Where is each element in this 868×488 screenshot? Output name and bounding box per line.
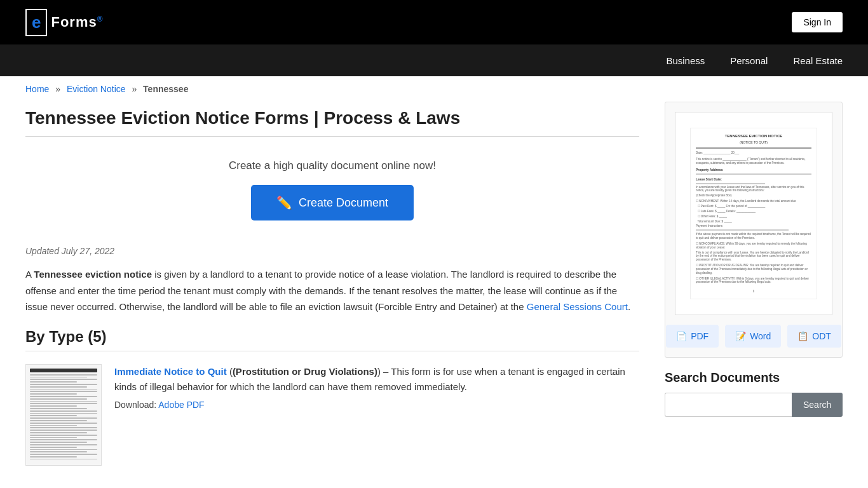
thumb-line-5 bbox=[30, 384, 97, 385]
doc-mini-page-num: 1 bbox=[696, 289, 811, 294]
download-word-button[interactable]: 📝 Word bbox=[725, 325, 781, 348]
download-line: Download: Adobe PDF bbox=[114, 400, 639, 410]
doc-preview-image: TENNESSEE EVICTION NOTICE (NOTICE TO QUI… bbox=[675, 112, 832, 315]
breadcrumb-eviction-notice[interactable]: Eviction Notice bbox=[67, 84, 126, 94]
create-doc-tagline: Create a high quality document online no… bbox=[25, 159, 639, 172]
doc-mini-subtitle: (NOTICE TO QUIT) bbox=[696, 140, 811, 145]
doc-mini-nonpayment-detail: If the above payment is not made within … bbox=[696, 233, 811, 240]
doc-mini-notice-text: This notice is sent to _______________ (… bbox=[696, 158, 811, 165]
doc-mini-rent: ☐ Past Rent: $ _____ For the period of _… bbox=[696, 205, 811, 208]
breadcrumb-sep-2: » bbox=[132, 84, 137, 94]
doc-mini-date-line: Date: _________________ 20___ bbox=[696, 151, 811, 155]
thumb-line-11 bbox=[30, 398, 87, 400]
word-label: Word bbox=[750, 331, 771, 341]
doc-mini-compliance: In accordance with your Lease and the la… bbox=[696, 186, 811, 193]
form-info: Immediate Notice to Quit ((Prostitution … bbox=[114, 364, 639, 466]
pencil-icon: ✏️ bbox=[276, 195, 292, 210]
breadcrumb-sep-1: » bbox=[55, 84, 60, 94]
doc-mini-other: ☐ Other Fees: $ _____ bbox=[696, 215, 811, 219]
doc-mini-prop-line bbox=[696, 173, 811, 175]
thumb-line-20 bbox=[30, 420, 87, 421]
thumb-line-2 bbox=[30, 377, 87, 378]
doc-mini-lease: Lease Start Date: bbox=[696, 177, 811, 182]
nav-business[interactable]: Business bbox=[666, 55, 705, 66]
thumb-line-24 bbox=[30, 430, 97, 431]
thumb-line-17 bbox=[30, 413, 97, 414]
logo-box: e bbox=[25, 9, 47, 36]
download-pdf-button[interactable]: 📄 PDF bbox=[666, 325, 719, 348]
form-thumb-inner bbox=[26, 365, 101, 465]
create-doc-section: Create a high quality document online no… bbox=[25, 140, 639, 233]
article-bold-term: Tennessee eviction notice bbox=[34, 269, 152, 280]
doc-mini-prostitution: ☐ PROSTITUTION OR DRUG DEALING: You are … bbox=[696, 264, 811, 275]
thumb-title-block bbox=[30, 369, 97, 372]
thumb-line-19 bbox=[30, 417, 97, 419]
doc-mini-noncompliance: ☐ NONCOMPLIANCE: Within 30 days, you are… bbox=[696, 242, 811, 250]
thumb-line-35 bbox=[30, 456, 77, 458]
thumb-line-3 bbox=[30, 379, 97, 380]
breadcrumb-current: Tennessee bbox=[143, 84, 188, 94]
nav-real-estate[interactable]: Real Estate bbox=[793, 55, 843, 66]
search-button[interactable]: Search bbox=[792, 393, 843, 417]
doc-mini-prostitution-wrap: ☐ PROSTITUTION OR DRUG DEALING: You are … bbox=[696, 264, 811, 275]
doc-mini-payment: Payment Instructions bbox=[696, 224, 811, 228]
content-area: Tennessee Eviction Notice Forms | Proces… bbox=[25, 102, 639, 485]
thumb-line-32 bbox=[30, 449, 97, 451]
doc-mini-late: ☐ Late Fees: $ _____ Details: __________… bbox=[696, 210, 811, 214]
thumb-line-16 bbox=[30, 410, 97, 412]
nav-bar: Business Personal Real Estate bbox=[0, 44, 868, 76]
thumb-line-10 bbox=[30, 396, 97, 397]
pdf-icon: 📄 bbox=[676, 331, 687, 341]
form-item-prostitution: Immediate Notice to Quit ((Prostitution … bbox=[25, 364, 639, 466]
download-pdf-link[interactable]: Adobe PDF bbox=[158, 400, 204, 410]
doc-mini-total: Total Amount Due: $ _____ bbox=[696, 220, 811, 224]
doc-mini-nonpayment: ☐ NONPAYMENT: Within 14 days, the Landlo… bbox=[696, 200, 811, 203]
doc-mini-divider bbox=[696, 147, 811, 149]
breadcrumb-home[interactable]: Home bbox=[25, 84, 49, 94]
nav-personal[interactable]: Personal bbox=[730, 55, 768, 66]
sign-in-button[interactable]: Sign In bbox=[792, 12, 843, 32]
thumb-line-27 bbox=[30, 437, 77, 438]
doc-mini-property: Property Address: bbox=[696, 168, 811, 172]
thumb-line-26 bbox=[30, 435, 97, 436]
general-sessions-court-link[interactable]: General Sessions Court bbox=[527, 301, 628, 312]
breadcrumb: Home » Eviction Notice » Tennessee bbox=[0, 76, 868, 102]
thumb-line-34 bbox=[30, 454, 97, 455]
thumb-line-14 bbox=[30, 405, 77, 407]
thumb-line-4 bbox=[30, 381, 77, 383]
thumb-line-21 bbox=[30, 423, 97, 424]
create-document-label: Create Document bbox=[299, 196, 388, 210]
thumb-line-1 bbox=[30, 374, 97, 376]
form-title-bold: ((Prostitution or Drug Violations)) bbox=[229, 366, 381, 377]
logo[interactable]: e Forms® bbox=[25, 9, 104, 36]
form-thumbnail bbox=[25, 364, 102, 466]
doc-mini-title: TENNESSEE EVICTION NOTICE bbox=[696, 133, 811, 139]
thumb-line-22 bbox=[30, 425, 77, 426]
download-odt-button[interactable]: 📋 ODT bbox=[787, 325, 841, 348]
thumb-line-18 bbox=[30, 415, 77, 416]
doc-mini-lease-line bbox=[696, 183, 765, 184]
thumb-line-23 bbox=[30, 427, 97, 428]
form-title-link[interactable]: Immediate Notice to Quit bbox=[114, 366, 227, 377]
create-document-button[interactable]: ✏️ Create Document bbox=[251, 185, 414, 220]
logo-forms-text: Forms® bbox=[51, 14, 103, 30]
thumb-line-30 bbox=[30, 444, 97, 445]
article-intro: A Tennessee eviction notice is given by … bbox=[25, 266, 639, 315]
thumb-line-12 bbox=[30, 401, 97, 402]
search-docs-wrap: Search bbox=[665, 393, 843, 417]
thumb-line-31 bbox=[30, 447, 77, 448]
thumb-line-25 bbox=[30, 432, 87, 433]
doc-mini-check: (Check the Appropriate Box) bbox=[696, 194, 811, 198]
doc-mini-preview: TENNESSEE EVICTION NOTICE (NOTICE TO QUI… bbox=[690, 128, 817, 300]
search-input[interactable] bbox=[665, 393, 792, 417]
page-title: Tennessee Eviction Notice Forms | Proces… bbox=[25, 108, 639, 137]
thumb-line-33 bbox=[30, 451, 87, 452]
pdf-label: PDF bbox=[691, 331, 709, 341]
doc-mini-nonpayment-wrap: ☐ NONPAYMENT: Within 14 days, the Landlo… bbox=[696, 200, 811, 231]
form-title-text: Immediate Notice to Quit ((Prostitution … bbox=[114, 364, 639, 395]
download-label: Download: bbox=[114, 400, 156, 410]
logo-reg: ® bbox=[97, 15, 104, 24]
odt-icon: 📋 bbox=[797, 331, 808, 341]
logo-e-letter: e bbox=[32, 13, 41, 32]
doc-mini-illegal: ☐ OTHER ILLEGAL ACTIVITY: Within 3 days,… bbox=[696, 277, 811, 285]
